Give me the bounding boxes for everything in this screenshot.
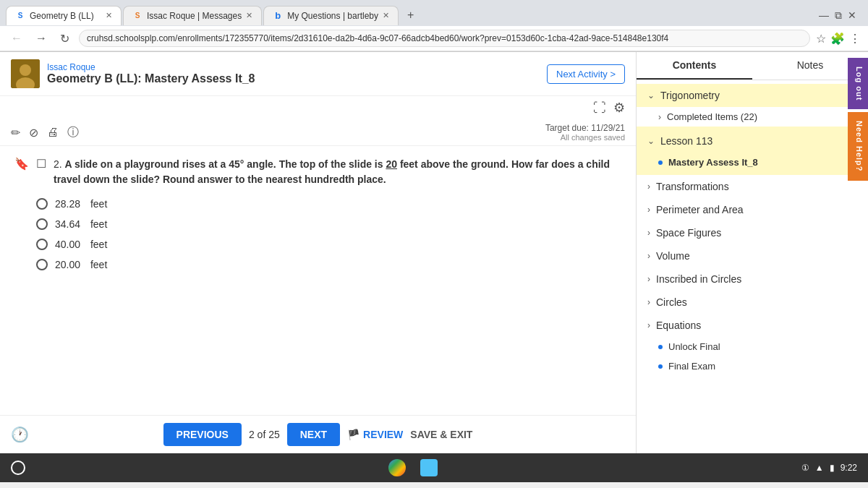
taskbar-right: ① ▲ ▮ 9:22 [801, 463, 857, 473]
arrow-down-lesson113: ⌄ [647, 136, 655, 146]
lesson-113-section: ⌄ Lesson 113 Mastery Assess It_8 [637, 127, 868, 175]
tab-contents[interactable]: Contents [637, 52, 752, 80]
toolbar-left: ✏ ⊘ 🖨 ⓘ [11, 125, 79, 140]
dot-icon [658, 160, 663, 165]
refresh-button[interactable]: ↻ [56, 30, 73, 47]
new-tab-button[interactable]: + [400, 4, 421, 26]
star-icon[interactable]: ☆ [816, 32, 826, 46]
tab-bartleby[interactable]: b My Questions | bartleby ✕ [263, 6, 399, 25]
option-a[interactable]: 28.28 feet [36, 198, 621, 210]
wifi-icon: ▲ [815, 463, 824, 473]
checkbox-icon[interactable]: ☐ [36, 157, 46, 187]
option-c[interactable]: 40.00 feet [36, 239, 621, 250]
sidebar-content: ⌄ Trigonometry › Completed Items (22) ⌄ … [637, 80, 868, 453]
back-button[interactable]: ← [7, 30, 26, 46]
tab-favicon-messages: S [132, 11, 142, 21]
minimize-button[interactable]: — [819, 9, 829, 22]
user-info: Issac Roque Geometry B (LL): Mastery Ass… [47, 62, 255, 85]
need-help-button[interactable]: Need Help? [848, 112, 868, 181]
sidebar-item-completed[interactable]: › Completed Items (22) [637, 107, 868, 127]
pencil-icon[interactable]: ✏ [11, 126, 20, 140]
sidebar-tabs: Contents Notes [637, 52, 868, 80]
tab-close-geometry[interactable]: ✕ [106, 11, 112, 20]
option-b-unit: feet [88, 218, 107, 230]
section-header-transformations[interactable]: › Transformations [637, 175, 868, 198]
section-trigonometry: ⌄ Trigonometry › Completed Items (22) ⌄ … [637, 84, 868, 175]
page-count: 2 of 25 [249, 429, 280, 440]
chevron-right-transformations: › [647, 181, 650, 192]
taskbar-left [11, 461, 25, 475]
arrow-down-icon: ⌄ [647, 90, 655, 100]
question-header: 🔖 ☐ 2. A slide on a playground rises at … [14, 157, 621, 187]
section-header-trigonometry[interactable]: ⌄ Trigonometry [637, 84, 868, 107]
tab-title-messages: Issac Roque | Messages [147, 11, 242, 21]
option-c-unit: feet [88, 239, 107, 250]
header-left: Issac Roque Geometry B (LL): Mastery Ass… [11, 59, 255, 88]
settings-button[interactable]: ⚙ [613, 100, 625, 116]
menu-icon[interactable]: ⋮ [849, 32, 861, 46]
tab-title-bartleby: My Questions | bartleby [287, 11, 378, 21]
power-button[interactable] [11, 461, 25, 475]
tab-title-geometry: Geometry B (LL) [30, 11, 94, 21]
option-d[interactable]: 20.00 feet [36, 259, 621, 270]
option-d-value: 20.00 [55, 259, 80, 270]
block-icon[interactable]: ⊘ [29, 126, 38, 140]
review-button[interactable]: 🏴 REVIEW [347, 429, 403, 440]
section-header-inscribed-circles[interactable]: › Inscribed in Circles [637, 267, 868, 291]
next-activity-button[interactable]: Next Activity > [547, 64, 625, 84]
section-header-circles[interactable]: › Circles [637, 291, 868, 314]
page-layout: Issac Roque Geometry B (LL): Mastery Ass… [0, 52, 868, 453]
next-button[interactable]: NEXT [287, 423, 340, 446]
chrome-icon[interactable] [388, 459, 406, 476]
chevron-right-inscribed: › [647, 274, 650, 284]
info-icon[interactable]: ⓘ [67, 125, 79, 140]
taskbar-time: 9:22 [841, 463, 857, 473]
toolbar-right: Target due: 11/29/21 All changes saved [545, 123, 625, 142]
tab-messages[interactable]: S Issac Roque | Messages ✕ [123, 6, 262, 25]
section-header-equations[interactable]: › Equations [637, 314, 868, 337]
chevron-right-completed: › [658, 112, 661, 122]
radio-c[interactable] [36, 239, 48, 250]
target-due: Target due: 11/29/21 [545, 123, 625, 133]
print-icon[interactable]: 🖨 [47, 126, 59, 139]
section-header-lesson113[interactable]: ⌄ Lesson 113 [637, 129, 868, 153]
section-header-volume[interactable]: › Volume [637, 244, 868, 267]
expand-button[interactable]: ⛶ [593, 100, 606, 116]
window-controls: — ⧉ ✕ [813, 7, 862, 25]
option-b-value: 34.64 [55, 218, 80, 230]
answer-options: 28.28 feet 34.64 feet 40.00 feet [14, 198, 621, 270]
tab-close-messages[interactable]: ✕ [246, 11, 252, 20]
radio-a[interactable] [36, 198, 48, 210]
forward-button[interactable]: → [32, 30, 51, 46]
section-header-perimeter[interactable]: › Perimeter and Area [637, 198, 868, 221]
sidebar-item-unlock-final[interactable]: Unlock Final [637, 337, 868, 356]
chevron-right-equations: › [647, 320, 650, 330]
svg-point-1 [20, 64, 31, 76]
radio-b[interactable] [36, 218, 48, 230]
bookmark-icon[interactable]: 🔖 [14, 157, 29, 187]
taskbar-center [388, 459, 438, 476]
sidebar-item-final-exam[interactable]: Final Exam [637, 356, 868, 376]
clock-icon: 🕐 [11, 426, 29, 443]
section-header-space-figures[interactable]: › Space Figures [637, 221, 868, 244]
tab-geometry[interactable]: S Geometry B (LL) ✕ [6, 6, 122, 25]
radio-d[interactable] [36, 259, 48, 270]
option-b[interactable]: 34.64 feet [36, 218, 621, 230]
maximize-button[interactable]: ⧉ [835, 9, 842, 22]
save-exit-button[interactable]: SAVE & EXIT [410, 429, 472, 440]
avatar [11, 59, 40, 88]
notification-icon: ① [801, 463, 809, 473]
option-a-unit: feet [88, 198, 107, 210]
files-icon[interactable] [420, 459, 438, 476]
battery-icon: ▮ [830, 463, 835, 473]
previous-button[interactable]: PREVIOUS [163, 423, 242, 446]
username: Issac Roque [47, 62, 255, 72]
tab-close-bartleby[interactable]: ✕ [383, 11, 389, 20]
close-button[interactable]: ✕ [848, 9, 856, 22]
all-changes-saved: All changes saved [561, 133, 625, 142]
extensions-icon[interactable]: 🧩 [830, 32, 845, 46]
address-input[interactable] [79, 30, 810, 47]
course-name: Geometry B (LL): Mastery Assess It_8 [47, 72, 255, 85]
sidebar-item-mastery-assess[interactable]: Mastery Assess It_8 [637, 153, 868, 172]
log-out-button[interactable]: Log out [848, 58, 868, 109]
